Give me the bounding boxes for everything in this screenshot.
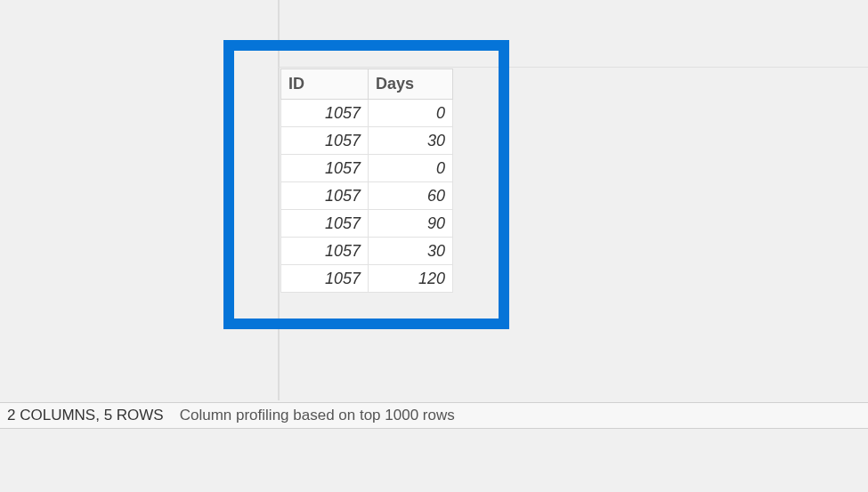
highlight-frame: [223, 40, 509, 329]
status-columns-rows: 2 COLUMNS, 5 ROWS: [7, 407, 164, 424]
status-profiling: Column profiling based on top 1000 rows: [180, 407, 455, 424]
status-bar: 2 COLUMNS, 5 ROWS Column profiling based…: [0, 402, 868, 429]
